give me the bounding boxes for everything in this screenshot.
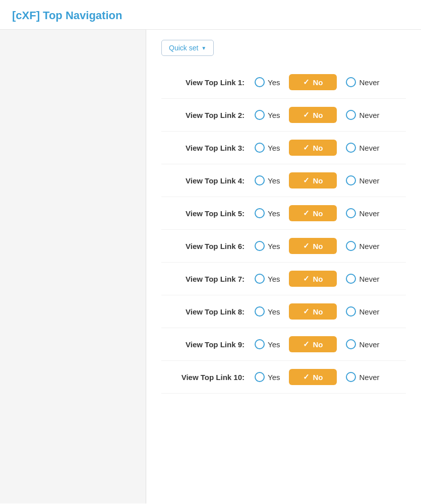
option-label: No — [313, 373, 323, 382]
radio-circle-icon — [255, 241, 265, 251]
table-row: View Top Link 6:Yes✓NoNever — [161, 230, 406, 263]
radio-circle-icon — [255, 339, 265, 349]
quick-set-button[interactable]: Quick set ▼ — [161, 40, 214, 56]
checkmark-icon: ✓ — [303, 274, 310, 283]
radio-circle-icon — [255, 143, 265, 153]
checkmark-icon: ✓ — [303, 176, 310, 185]
checkmark-icon: ✓ — [303, 372, 310, 382]
option-group: Yes✓NoNever — [255, 172, 380, 188]
radio-circle-icon — [346, 306, 356, 317]
table-row: View Top Link 8:Yes✓NoNever — [161, 295, 406, 328]
option-no-button[interactable]: ✓No — [289, 140, 337, 156]
option-yes-radio[interactable]: Yes — [255, 274, 280, 284]
option-label: Yes — [268, 111, 280, 119]
option-label: Yes — [268, 209, 280, 218]
table-row: View Top Link 9:Yes✓NoNever — [161, 328, 406, 361]
option-yes-radio[interactable]: Yes — [255, 77, 280, 87]
option-no-button[interactable]: ✓No — [289, 369, 337, 385]
option-yes-radio[interactable]: Yes — [255, 175, 280, 185]
option-no-button[interactable]: ✓No — [289, 107, 337, 123]
option-yes-radio[interactable]: Yes — [255, 208, 280, 218]
option-label: Never — [359, 307, 379, 316]
radio-circle-icon — [346, 143, 356, 153]
option-label: Yes — [268, 340, 280, 349]
option-group: Yes✓NoNever — [255, 369, 380, 385]
option-never-radio[interactable]: Never — [346, 241, 379, 251]
quick-set-label: Quick set — [169, 44, 198, 52]
table-row: View Top Link 7:Yes✓NoNever — [161, 263, 406, 295]
option-no-button[interactable]: ✓No — [289, 271, 337, 287]
option-group: Yes✓NoNever — [255, 205, 380, 221]
option-label: Yes — [268, 275, 280, 283]
option-never-radio[interactable]: Never — [346, 274, 379, 284]
radio-circle-icon — [346, 372, 356, 382]
option-never-radio[interactable]: Never — [346, 77, 379, 87]
option-yes-radio[interactable]: Yes — [255, 241, 280, 251]
option-label: Yes — [268, 242, 280, 250]
option-label: No — [313, 176, 323, 185]
table-row: View Top Link 10:Yes✓NoNever — [161, 361, 406, 394]
radio-circle-icon — [255, 77, 265, 87]
option-label: Never — [359, 111, 379, 119]
radio-circle-icon — [255, 274, 265, 284]
radio-circle-icon — [255, 110, 265, 120]
table-row: View Top Link 4:Yes✓NoNever — [161, 164, 406, 197]
option-label: Yes — [268, 176, 280, 185]
radio-circle-icon — [346, 241, 356, 251]
option-never-radio[interactable]: Never — [346, 208, 379, 218]
option-label: Never — [359, 209, 379, 218]
content-area: Quick set ▼ View Top Link 1:Yes✓NoNeverV… — [146, 30, 421, 503]
page-title: [cXF] Top Navigation — [0, 0, 421, 30]
radio-circle-icon — [346, 208, 356, 218]
option-no-button[interactable]: ✓No — [289, 172, 337, 188]
radio-circle-icon — [346, 77, 356, 87]
radio-circle-icon — [255, 306, 265, 317]
option-no-button[interactable]: ✓No — [289, 336, 337, 352]
permission-label: View Top Link 8: — [161, 307, 255, 316]
option-never-radio[interactable]: Never — [346, 175, 379, 185]
permission-label: View Top Link 10: — [161, 373, 255, 382]
option-label: No — [313, 340, 323, 349]
option-label: Never — [359, 78, 379, 87]
table-row: View Top Link 3:Yes✓NoNever — [161, 132, 406, 164]
sidebar — [0, 30, 146, 503]
permission-label: View Top Link 6: — [161, 242, 255, 250]
option-label: No — [313, 242, 323, 250]
permission-label: View Top Link 7: — [161, 275, 255, 283]
option-never-radio[interactable]: Never — [346, 143, 379, 153]
radio-circle-icon — [255, 175, 265, 185]
option-label: Never — [359, 373, 379, 382]
radio-circle-icon — [346, 110, 356, 120]
option-no-button[interactable]: ✓No — [289, 303, 337, 320]
option-never-radio[interactable]: Never — [346, 339, 379, 349]
option-yes-radio[interactable]: Yes — [255, 306, 280, 317]
option-never-radio[interactable]: Never — [346, 306, 379, 317]
checkmark-icon: ✓ — [303, 110, 310, 119]
permission-label: View Top Link 9: — [161, 340, 255, 349]
option-no-button[interactable]: ✓No — [289, 205, 337, 221]
option-label: Yes — [268, 373, 280, 382]
option-yes-radio[interactable]: Yes — [255, 339, 280, 349]
radio-circle-icon — [346, 175, 356, 185]
option-yes-radio[interactable]: Yes — [255, 110, 280, 120]
option-yes-radio[interactable]: Yes — [255, 143, 280, 153]
option-label: Yes — [268, 78, 280, 87]
option-label: Never — [359, 275, 379, 283]
checkmark-icon: ✓ — [303, 78, 310, 87]
option-no-button[interactable]: ✓No — [289, 74, 337, 90]
option-never-radio[interactable]: Never — [346, 372, 379, 382]
option-never-radio[interactable]: Never — [346, 110, 379, 120]
option-label: No — [313, 144, 323, 152]
checkmark-icon: ✓ — [303, 340, 310, 349]
option-no-button[interactable]: ✓No — [289, 238, 337, 254]
option-label: Never — [359, 242, 379, 250]
permission-rows: View Top Link 1:Yes✓NoNeverView Top Link… — [161, 66, 406, 394]
option-yes-radio[interactable]: Yes — [255, 372, 280, 382]
permission-label: View Top Link 3: — [161, 144, 255, 152]
permission-label: View Top Link 1: — [161, 78, 255, 87]
permission-label: View Top Link 4: — [161, 176, 255, 185]
option-group: Yes✓NoNever — [255, 336, 380, 352]
option-label: No — [313, 307, 323, 316]
table-row: View Top Link 5:Yes✓NoNever — [161, 197, 406, 230]
checkmark-icon: ✓ — [303, 143, 310, 152]
